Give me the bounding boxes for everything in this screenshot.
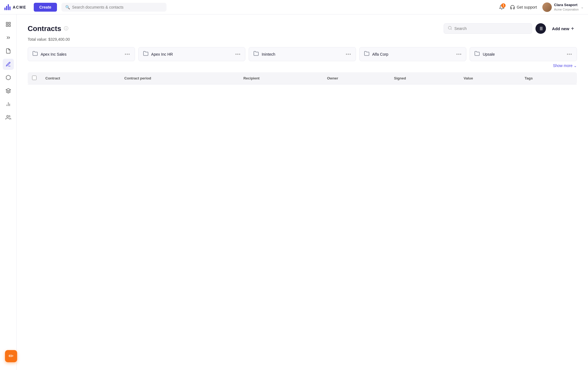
document-icon (6, 48, 11, 54)
logo-icon (4, 4, 11, 10)
user-name: Clara Seaport (554, 3, 579, 7)
svg-line-10 (451, 29, 452, 30)
chevron-down-icon: ⌄ (574, 63, 577, 68)
search-icon: 🔍 (65, 5, 70, 9)
add-new-button[interactable]: Add new + (549, 24, 577, 34)
col-header-contract: Contract (41, 72, 120, 84)
layers-icon (6, 88, 11, 94)
folder-icon (143, 51, 149, 58)
logo-text: ACME (13, 5, 26, 9)
svg-point-8 (7, 115, 9, 117)
folder-card[interactable]: Apex Inc HR ••• (138, 47, 246, 61)
info-icon[interactable]: ⓘ (64, 26, 68, 32)
sidebar-item-dashboard[interactable] (3, 19, 14, 30)
header-actions: Add new + (444, 23, 577, 34)
folder-name: Alfa Corp (372, 52, 454, 56)
chart-icon (6, 101, 11, 107)
grid-icon (6, 22, 11, 27)
user-company: Acme Corporation (554, 7, 579, 11)
folder-name: Inintech (262, 52, 343, 56)
svg-rect-0 (6, 22, 8, 24)
avatar (542, 2, 552, 12)
folder-card[interactable]: Upsale ••• (470, 47, 577, 61)
folder-icon (253, 51, 259, 58)
folder-name: Upsale (483, 52, 564, 56)
svg-rect-1 (9, 22, 10, 24)
sidebar-item-analytics[interactable] (3, 99, 14, 110)
main-content: Contracts ⓘ Add n (17, 14, 588, 370)
folder-menu-button[interactable]: ••• (235, 52, 241, 57)
user-info: Clara Seaport Acme Corporation (554, 3, 579, 11)
add-new-label: Add new (552, 26, 569, 31)
folder-card[interactable]: Apex Inc Sales ••• (28, 47, 135, 61)
user-profile-area[interactable]: Clara Seaport Acme Corporation ⌄ (542, 2, 584, 12)
edit-icon: ✏ (9, 353, 14, 360)
total-value: Total value: $329,400.00 (28, 37, 577, 42)
global-search-input[interactable] (72, 5, 163, 9)
page-header: Contracts ⓘ Add n (28, 23, 577, 34)
nav-right: 1 Get support Clara Seaport Acme Corpora… (499, 2, 584, 12)
folder-menu-button[interactable]: ••• (346, 52, 351, 57)
avatar-image (542, 2, 552, 12)
page-title-area: Contracts ⓘ (28, 24, 68, 33)
folder-icon (364, 51, 370, 58)
col-header-recipient: Recipient (239, 72, 322, 84)
folder-name: Apex Inc HR (151, 52, 233, 56)
col-header-value: Value (459, 72, 520, 84)
select-all-column (28, 72, 41, 84)
filter-icon (538, 26, 543, 31)
show-more-row: Show more ⌄ (28, 63, 577, 68)
sidebar-item-products[interactable] (3, 72, 14, 83)
table-header-row: ContractContract periodRecipientOwnerSig… (28, 72, 577, 84)
arrows-icon (6, 35, 11, 40)
sidebar-item-contacts[interactable] (3, 112, 14, 123)
support-button[interactable]: Get support (510, 5, 537, 10)
sidebar-item-arrows[interactable] (3, 32, 14, 43)
folders-row: Apex Inc Sales ••• Apex Inc HR ••• Inint… (28, 47, 577, 61)
folder-card[interactable]: Inintech ••• (249, 47, 356, 61)
page-title: Contracts (28, 24, 61, 33)
folder-name: Apex Inc Sales (41, 52, 122, 56)
chevron-down-icon: ⌄ (581, 5, 584, 9)
folder-menu-button[interactable]: ••• (456, 52, 462, 57)
col-header-contract-period: Contract period (120, 72, 239, 84)
notifications-button[interactable]: 1 (499, 4, 504, 10)
pen-icon (6, 61, 11, 67)
folder-icon (32, 51, 38, 58)
filter-button[interactable] (535, 23, 546, 34)
show-more-button[interactable]: Show more ⌄ (553, 63, 577, 68)
svg-rect-2 (6, 25, 8, 27)
global-search-bar: 🔍 (61, 3, 166, 12)
contracts-table: ContractContract periodRecipientOwnerSig… (28, 72, 577, 84)
support-label: Get support (517, 5, 537, 9)
sidebar-item-documents[interactable] (3, 45, 14, 56)
select-all-checkbox[interactable] (32, 76, 37, 80)
svg-rect-3 (9, 25, 10, 27)
col-header-tags: Tags (520, 72, 577, 84)
cube-icon (6, 75, 11, 80)
col-header-owner: Owner (322, 72, 389, 84)
logo-area: ACME (4, 4, 29, 10)
contracts-search-bar (444, 23, 532, 34)
contracts-search-input[interactable] (454, 26, 528, 31)
notification-badge: 1 (501, 3, 506, 8)
svg-marker-4 (6, 89, 11, 91)
col-header-signed: Signed (390, 72, 459, 84)
search-icon (448, 26, 452, 31)
headset-icon (510, 5, 515, 10)
plus-icon: + (571, 25, 574, 32)
folder-menu-button[interactable]: ••• (567, 52, 572, 57)
fab-button[interactable]: ✏ (5, 350, 17, 362)
sidebar (0, 14, 17, 370)
sidebar-item-contracts[interactable] (3, 59, 14, 70)
show-more-label: Show more (553, 63, 573, 68)
folder-menu-button[interactable]: ••• (125, 52, 130, 57)
folder-card[interactable]: Alfa Corp ••• (359, 47, 467, 61)
create-button[interactable]: Create (34, 3, 57, 12)
folder-icon (474, 51, 480, 58)
svg-point-9 (448, 26, 451, 29)
top-navigation: ACME Create 🔍 1 Get support Clar (0, 0, 588, 14)
sidebar-item-layers[interactable] (3, 85, 14, 96)
contacts-icon (6, 115, 11, 120)
